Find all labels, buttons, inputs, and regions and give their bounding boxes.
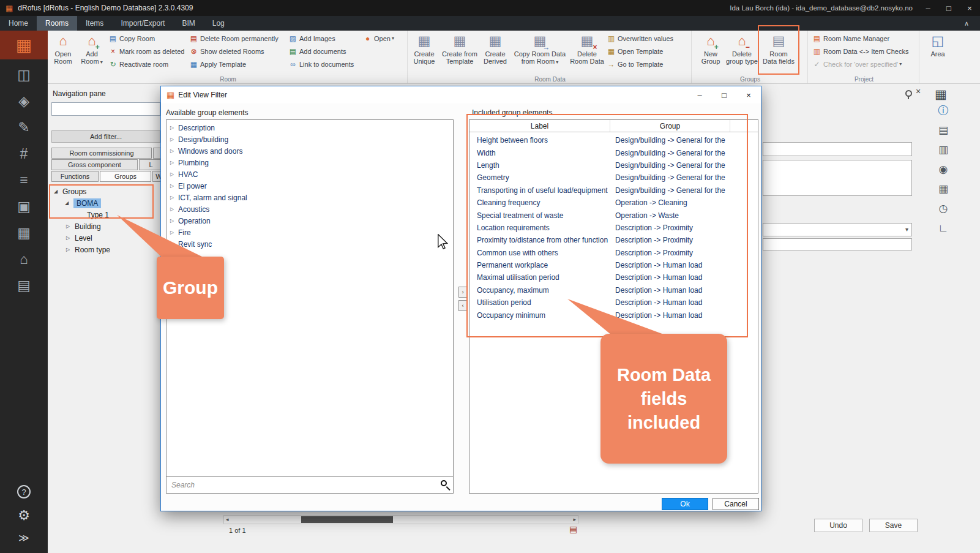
included-element-row[interactable]: Maximal utilisation period Description -… (469, 271, 758, 284)
attachments-module-icon[interactable]: # (20, 147, 28, 161)
tree-collapsed-icon[interactable]: ▷ (170, 148, 178, 154)
filter-tab-partial-2[interactable]: L (139, 159, 163, 170)
column-header-label[interactable]: Label (469, 120, 610, 132)
cancel-button[interactable]: Cancel (713, 498, 759, 510)
add-documents-button[interactable]: ▤Add documents (286, 45, 361, 58)
save-button[interactable]: Save (869, 519, 918, 532)
tree-collapsed-icon[interactable]: ▷ (170, 218, 178, 224)
structure-module-icon[interactable]: ▦ (17, 226, 31, 240)
available-group-element[interactable]: ▷ Description (166, 122, 453, 134)
properties-field-2[interactable] (763, 238, 912, 250)
filter-tab-room-commissioning[interactable]: Room commissioning (51, 148, 152, 159)
database-module-icon[interactable]: ≡ (20, 173, 28, 187)
available-group-element[interactable]: ▷ Plumbing (166, 157, 453, 168)
apply-template-button[interactable]: ▦Apply Template (187, 58, 286, 70)
create-from-template-button[interactable]: ▦ Create from Template (440, 32, 480, 65)
link-to-documents-button[interactable]: ∞Link to documents (286, 58, 361, 70)
measure-icon[interactable]: ∟ (938, 223, 949, 233)
filter-tab-groups[interactable]: Groups (100, 171, 151, 182)
logistics-module-icon[interactable]: ▣ (17, 200, 31, 214)
included-element-row[interactable]: Common use with others Description -> Pr… (469, 247, 758, 259)
included-element-row[interactable]: Permanent workplace Description -> Human… (469, 259, 758, 271)
tree-expanded-icon[interactable]: ◢ (54, 189, 62, 194)
included-element-row[interactable]: Occupancy, maximum Description -> Human … (469, 284, 758, 296)
open-template-button[interactable]: ▦Open Template (605, 45, 683, 58)
tab-items[interactable]: Items (77, 16, 112, 31)
scrollbar-thumb[interactable] (301, 516, 393, 523)
expand-rail-icon[interactable]: ≫ (18, 533, 29, 543)
camera-icon[interactable]: ◉ (939, 164, 948, 175)
scroll-left-icon[interactable]: ◂ (226, 516, 229, 522)
dialog-close-button[interactable]: × (736, 86, 761, 103)
available-group-element[interactable]: ▷ HVAC (166, 168, 453, 180)
available-group-element[interactable]: ▷ Revit sync (166, 238, 453, 250)
data-sheet-icon[interactable]: ▦ (935, 87, 947, 102)
copy-room-button[interactable]: ▤Copy Room (107, 32, 187, 45)
mark-room-deleted-button[interactable]: ×Mark room as deleted (107, 45, 187, 58)
delete-room-permanently-button[interactable]: ▤Delete Room permanently (187, 32, 286, 45)
available-group-element[interactable]: ▷ Acoustics (166, 203, 453, 215)
included-element-row[interactable]: Special treatment of waste Operation -> … (469, 209, 758, 221)
reports-module-icon[interactable]: ▤ (17, 279, 31, 293)
tree-collapsed-icon[interactable]: ▷ (170, 171, 178, 177)
check-over-specified-button[interactable]: ✓Check for 'over specified'▾ (810, 58, 918, 70)
move-left-button[interactable]: ‹ (458, 300, 467, 311)
available-group-element[interactable]: ▷ El power (166, 180, 453, 192)
reactivate-room-button[interactable]: ↻Reactivate room (107, 58, 187, 70)
move-right-button[interactable]: › (458, 287, 467, 298)
tree-collapsed-icon[interactable]: ▷ (170, 160, 178, 165)
included-element-row[interactable]: Occupancy minimum Description -> Human l… (469, 309, 758, 321)
column-header-group[interactable]: Group (610, 120, 730, 132)
tab-log[interactable]: Log (204, 16, 233, 31)
tree-collapsed-icon[interactable]: ▷ (170, 195, 178, 200)
bim-module-icon[interactable]: ⌂ (20, 252, 28, 266)
scroll-right-icon[interactable]: ▸ (573, 516, 576, 522)
tab-home[interactable]: Home (0, 16, 37, 31)
create-derived-button[interactable]: ▦ Create Derived (480, 32, 511, 65)
settings-gear-icon[interactable]: ⚙ (18, 509, 30, 522)
ok-button[interactable]: Ok (662, 498, 708, 510)
go-to-template-button[interactable]: →Go to Template (605, 58, 683, 70)
included-element-row[interactable]: Transporting in of useful load/equipment… (469, 184, 758, 197)
tree-collapsed-icon[interactable]: ▷ (66, 235, 75, 241)
available-group-element[interactable]: ▷ Windows and doors (166, 145, 453, 157)
undo-button[interactable]: Undo (814, 519, 862, 532)
tree-collapsed-icon[interactable]: ▷ (170, 241, 178, 247)
included-element-row[interactable]: Utilisation period Description -> Human … (469, 296, 758, 309)
close-panel-icon[interactable]: × (916, 86, 921, 96)
included-element-row[interactable]: Cleaning frequency Operation -> Cleaning (469, 197, 758, 209)
room-data-fields-button[interactable]: ▤ Room Data fields (759, 32, 798, 65)
included-element-row[interactable]: Height between floors Design/building ->… (469, 134, 758, 146)
available-group-element[interactable]: ▷ Design/building (166, 134, 453, 145)
open-menu-button[interactable]: ●Open▾ (361, 32, 400, 45)
add-images-button[interactable]: ▨Add Images (286, 32, 361, 45)
filter-tab-functions[interactable]: Functions (51, 171, 99, 182)
edit-module-icon[interactable]: ✎ (18, 121, 29, 135)
page-fit-icon[interactable]: ▤ (569, 524, 577, 534)
close-button[interactable]: × (959, 0, 980, 16)
properties-field[interactable] (763, 142, 912, 156)
tree-collapsed-icon[interactable]: ▷ (66, 224, 75, 229)
minimize-button[interactable]: – (918, 0, 938, 16)
copy-room-data-button[interactable]: ▦→ Copy Room Data from Room▾ (511, 32, 569, 66)
included-element-row[interactable]: Location requirements Description -> Pro… (469, 222, 758, 234)
tree-expanded-icon[interactable]: ◢ (65, 200, 73, 206)
tree-collapsed-icon[interactable]: ▷ (170, 183, 178, 189)
items-module-icon[interactable]: ◈ (18, 94, 29, 108)
included-element-row[interactable]: Proximity to/distance from other functio… (469, 234, 758, 246)
properties-dropdown[interactable]: ▾ (763, 223, 912, 236)
filter-tab-gross-component[interactable]: Gross component (51, 159, 138, 170)
tab-bim[interactable]: BIM (173, 16, 203, 31)
rooms-module-icon[interactable]: ◫ (17, 68, 31, 82)
delete-room-data-button[interactable]: ▦× Delete Room Data (569, 32, 605, 65)
tree-collapsed-icon[interactable]: ▷ (170, 206, 178, 212)
add-room-button[interactable]: ⌂+ Add Room▾ (77, 32, 107, 66)
show-deleted-rooms-button[interactable]: ⊗Show deleted Rooms (187, 45, 286, 58)
overwritten-values-button[interactable]: ▥Overwritten values (605, 32, 683, 45)
properties-textarea[interactable] (763, 160, 912, 196)
tab-rooms[interactable]: Rooms (37, 16, 77, 31)
add-filter-button[interactable]: Add filter... (51, 130, 160, 143)
print-icon[interactable]: ▥ (938, 145, 948, 155)
dialog-maximize-button[interactable]: □ (712, 86, 736, 103)
room-data-item-checks-button[interactable]: ▥Room Data <-> Item Checks (810, 45, 918, 58)
